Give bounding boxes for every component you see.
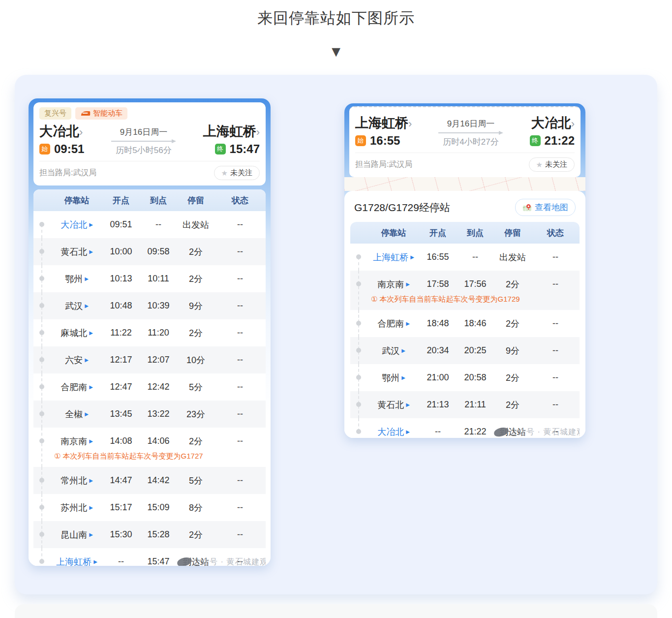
stop-duration: 2分 <box>494 372 531 384</box>
departure-station-block[interactable]: 上海虹桥› 始 16:55 <box>355 116 412 148</box>
stop-status: -- <box>214 502 266 513</box>
stop-duration: 8分 <box>177 502 214 514</box>
stop-row: 合肥南 ▶ 18:48 18:46 2分 -- <box>350 310 580 337</box>
arr-time: 20:25 <box>457 345 494 356</box>
play-marker-icon: ▶ <box>406 430 410 434</box>
stop-duration: 出发站 <box>494 251 531 263</box>
station-link[interactable]: 昆山南 ▶ <box>51 529 102 541</box>
dep-time: 10:00 <box>102 247 140 257</box>
table-header-row: 停靠站 开点 到点 停留 状态 <box>350 222 580 244</box>
outbound-stops-table: 停靠站 开点 到点 停留 状态 大冶北 ▶ 09:51 -- 出发站 -- 黄石 <box>33 189 266 566</box>
inbound-screenshot: 上海虹桥› 始 16:55 9月16日周一 历时4小时27分 大冶北› 终 21… <box>344 103 585 438</box>
station-link[interactable]: 武汉 ▶ <box>51 300 102 312</box>
page-title: 来回停靠站如下图所示 <box>0 8 672 29</box>
departure-station-block[interactable]: 大冶北› 始 09:51 <box>39 124 84 156</box>
dep-time: 09:51 <box>102 219 140 230</box>
station-link[interactable]: 鄂州 ▶ <box>368 372 419 384</box>
dep-time: 16:55 <box>419 252 457 262</box>
arr-time: 15:47 <box>140 556 177 566</box>
arr-time: 12:07 <box>140 355 177 365</box>
next-section-strip <box>15 604 657 618</box>
star-icon: ★ <box>221 169 228 178</box>
dep-time: 12:47 <box>102 382 140 392</box>
station-link[interactable]: 上海虹桥 ▶ <box>368 251 419 263</box>
timeline-dot-icon <box>350 418 368 438</box>
play-marker-icon: ▶ <box>89 505 93 510</box>
station-name: 南京南 <box>377 278 404 290</box>
play-marker-icon: ▶ <box>89 222 93 227</box>
stop-duration: 23分 <box>177 408 214 420</box>
stop-duration: 2分 <box>494 399 531 411</box>
stop-duration: 到达站 <box>177 556 214 566</box>
station-link[interactable]: 黄石北 ▶ <box>368 399 419 411</box>
arr-time: 13:22 <box>140 409 177 419</box>
stop-status: -- <box>214 529 266 540</box>
station-name: 武汉 <box>382 345 399 357</box>
station-link[interactable]: 南京南 ▶ <box>51 435 102 447</box>
follow-button[interactable]: ★ 未关注 <box>529 157 575 172</box>
station-link[interactable]: 合肥南 ▶ <box>51 381 102 393</box>
station-link[interactable]: 武汉 ▶ <box>368 345 419 357</box>
station-link[interactable]: 全椒 ▶ <box>51 408 102 420</box>
schedule-panel: 复兴号 智能动车 大冶北› 始 09:51 <box>15 75 657 594</box>
stop-status: -- <box>214 436 266 446</box>
stop-duration: 2分 <box>177 435 214 447</box>
col-departure: 开点 <box>102 195 140 206</box>
stop-row: 南京南 ▶ 14:08 14:06 2分 -- ① 本次列车自当前车站起车次号变… <box>33 428 266 467</box>
stop-row: 六安 ▶ 12:17 12:07 10分 -- <box>33 346 266 373</box>
dep-time: 21:13 <box>419 400 457 410</box>
star-icon: ★ <box>536 160 543 169</box>
station-link[interactable]: 合肥南 ▶ <box>368 318 419 330</box>
carrier-bureau: 担当路局:武汉局 <box>355 159 412 170</box>
arrival-time: 15:47 <box>230 142 260 156</box>
stop-row: 合肥南 ▶ 12:47 12:42 5分 -- <box>33 373 266 401</box>
stop-row: 昆山南 ▶ 15:30 15:28 2分 -- <box>33 521 266 548</box>
timeline-dot-icon <box>33 346 51 373</box>
trip-duration: 历时4小时27分 <box>443 136 498 148</box>
arr-time: -- <box>457 252 494 262</box>
station-link[interactable]: 大冶北 ▶ <box>51 219 102 231</box>
follow-label: 未关注 <box>230 168 252 178</box>
stop-duration: 2分 <box>177 273 214 285</box>
col-departure: 开点 <box>419 227 457 239</box>
stop-row: 全椒 ▶ 13:45 13:22 23分 -- <box>33 401 266 428</box>
station-link[interactable]: 麻城北 ▶ <box>51 327 102 339</box>
station-link[interactable]: 六安 ▶ <box>51 354 102 366</box>
dep-time: 10:48 <box>102 301 140 311</box>
stop-status: -- <box>214 328 266 338</box>
arr-time: 15:09 <box>140 502 177 513</box>
station-link[interactable]: 常州北 ▶ <box>51 475 102 487</box>
stop-status: -- <box>531 345 580 356</box>
view-map-button[interactable]: 查看地图 <box>515 199 576 216</box>
arr-time: 21:11 <box>457 400 494 410</box>
timeline-dot-icon <box>350 391 368 418</box>
station-link[interactable]: 黄石北 ▶ <box>51 246 102 258</box>
station-link[interactable]: 大冶北 ▶ <box>368 426 419 438</box>
stop-row: 武汉 ▶ 20:34 20:25 9分 -- <box>350 337 580 364</box>
stop-duration: 2分 <box>177 246 214 258</box>
station-link[interactable]: 南京南 ▶ <box>368 278 419 290</box>
arrival-station-block[interactable]: 上海虹桥› 终 15:47 <box>203 124 260 156</box>
timeline-dot-icon <box>33 521 51 548</box>
inbound-stops-section: G1728/G1729经停站 查看地图 停靠站 <box>344 191 585 438</box>
arr-time: 09:58 <box>140 247 177 257</box>
timeline-dot-icon <box>33 428 51 467</box>
train-icon <box>80 110 91 117</box>
stop-row: 鄂州 ▶ 10:13 10:11 2分 -- <box>33 265 266 292</box>
map-background-strip <box>344 177 585 191</box>
play-marker-icon: ▶ <box>89 249 93 254</box>
station-link[interactable]: 苏州北 ▶ <box>51 502 102 514</box>
follow-label: 未关注 <box>545 160 567 169</box>
stop-status: -- <box>214 556 266 566</box>
follow-button[interactable]: ★ 未关注 <box>214 166 260 180</box>
arr-time: 10:11 <box>140 274 177 284</box>
arr-time: 11:20 <box>140 328 177 338</box>
stop-duration: 2分 <box>177 529 214 541</box>
stop-row: 南京南 ▶ 17:58 17:56 2分 -- ① 本次列车自当前车站起车次号变… <box>350 271 580 310</box>
station-name: 麻城北 <box>61 327 87 339</box>
station-link[interactable]: 上海虹桥 ▶ <box>51 556 102 566</box>
timeline-dot-icon <box>33 211 51 238</box>
station-link[interactable]: 鄂州 ▶ <box>51 273 102 285</box>
end-tag: 终 <box>215 144 226 154</box>
arrival-station-block[interactable]: 大冶北› 终 21:22 <box>530 116 575 148</box>
